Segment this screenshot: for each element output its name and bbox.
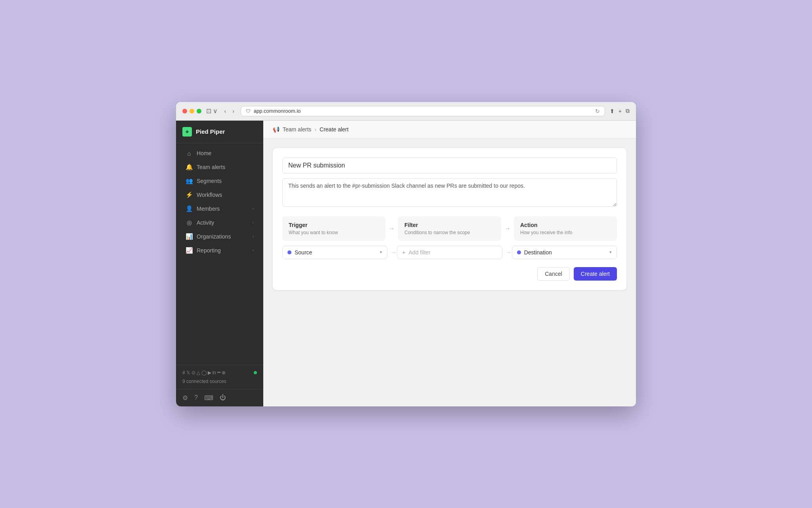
trigger-title: Trigger (289, 222, 379, 228)
chevron-right-icon-reporting: › (253, 248, 254, 252)
trigger-to-filter-arrow: → (385, 216, 398, 241)
workflow-controls: Source ▾ → + Add filter → (282, 246, 617, 259)
sidebar-toggle-button[interactable]: ⊡ ∨ (206, 107, 218, 115)
activity-icon: ◎ (186, 219, 193, 226)
workflow-steps: Trigger What you want to know → Filter C… (282, 216, 617, 241)
address-bar[interactable]: 🛡 app.commonroom.io ↻ (241, 106, 605, 116)
segments-icon: 👥 (186, 177, 193, 185)
traffic-lights (182, 109, 201, 114)
workflow-section: Trigger What you want to know → Filter C… (282, 216, 617, 281)
sidebar-item-reporting[interactable]: 📈 Reporting › (179, 244, 260, 257)
form-actions: Cancel Create alert (282, 267, 617, 281)
sidebar-item-segments[interactable]: 👥 Segments (179, 174, 260, 188)
linkedin-icon: in (213, 370, 216, 375)
sidebar-item-label-organizations: Organizations (197, 233, 231, 240)
reporting-icon: 📈 (186, 247, 193, 254)
filter-to-action-arrow: → (501, 216, 514, 241)
browser-chrome: ⊡ ∨ ‹ › 🛡 app.commonroom.io ↻ ⬆ + ⧉ (176, 102, 636, 121)
app-name: Pied Piper (196, 128, 225, 135)
sidebar-item-label-team-alerts: Team alerts (197, 164, 225, 170)
main-content: 📢 Team alerts › Create alert (263, 121, 636, 406)
chevron-right-icon-activity: › (253, 220, 254, 225)
breadcrumb-separator: › (314, 126, 316, 133)
add-filter-button[interactable]: + Add filter (397, 246, 502, 259)
github-icon: ⊙ (192, 370, 195, 375)
breadcrumb-parent[interactable]: Team alerts (283, 126, 311, 133)
create-alert-button[interactable]: Create alert (574, 267, 617, 281)
action-title: Action (520, 222, 611, 228)
url-text: app.commonroom.io (254, 108, 301, 114)
sidebar-bottom-actions: ⚙ ? ⌨ ⏻ (176, 389, 263, 406)
app-layout: Pied Piper ⌂ Home 🔔 Team alerts 👥 Segmen… (176, 121, 636, 406)
sidebar: Pied Piper ⌂ Home 🔔 Team alerts 👥 Segmen… (176, 121, 263, 406)
tabs-button[interactable]: ⧉ (626, 108, 630, 114)
alert-description-textarea[interactable] (282, 178, 617, 207)
chevron-right-icon: › (253, 206, 254, 211)
minimize-button[interactable] (190, 109, 194, 114)
chevron-right-icon-orgs: › (253, 234, 254, 239)
members-icon: 👤 (186, 205, 193, 212)
sidebar-item-activity[interactable]: ◎ Activity › (179, 216, 260, 229)
sidebar-header: Pied Piper (176, 121, 263, 143)
security-icon: 🛡 (246, 108, 251, 114)
sidebar-item-team-alerts[interactable]: 🔔 Team alerts (179, 160, 260, 174)
destination-dot (517, 250, 521, 254)
cancel-button[interactable]: Cancel (537, 267, 570, 281)
new-tab-button[interactable]: + (619, 108, 622, 114)
dev-icon: ⊕ (222, 370, 226, 375)
destination-dropdown-arrow: ▾ (609, 250, 612, 255)
youtube-icon: ▶ (208, 370, 211, 375)
sidebar-item-label-activity: Activity (197, 219, 214, 226)
share-button[interactable]: ⬆ (610, 108, 615, 114)
home-icon: ⌂ (186, 150, 193, 157)
slack-icon: # (182, 370, 185, 375)
add-filter-plus-icon: + (402, 249, 405, 256)
sidebar-item-organizations[interactable]: 📊 Organizations › (179, 230, 260, 243)
sidebar-item-label-home: Home (197, 150, 211, 156)
sidebar-item-members[interactable]: 👤 Members › (179, 202, 260, 216)
source-icons: # 𝕏 ⊙ △ ◯ ▶ in •• ⊕ (182, 370, 226, 375)
close-button[interactable] (182, 109, 187, 114)
workflow-step-filter: Filter Conditions to narrow the scope (398, 216, 501, 241)
alert-title-input[interactable] (282, 158, 617, 173)
keyboard-shortcuts-button[interactable]: ⌨ (204, 394, 213, 402)
maximize-button[interactable] (197, 109, 201, 114)
content-area: Trigger What you want to know → Filter C… (263, 139, 636, 406)
filter-arrow-spacer: → (506, 249, 509, 256)
settings-button[interactable]: ⚙ (182, 394, 188, 402)
connected-sources: # 𝕏 ⊙ △ ◯ ▶ in •• ⊕ (182, 370, 257, 375)
browser-action-buttons: ⬆ + ⧉ (610, 108, 630, 114)
source-arrow-spacer: → (391, 249, 394, 256)
filter-title: Filter (404, 222, 495, 228)
trigger-desc: What you want to know (289, 230, 379, 235)
browser-nav-controls: ‹ › (222, 107, 236, 115)
reload-icon[interactable]: ↻ (595, 108, 600, 114)
action-desc: How you receive the info (520, 230, 611, 235)
workflow-step-trigger: Trigger What you want to know (282, 216, 385, 241)
destination-label: Destination (524, 249, 552, 256)
source-select[interactable]: Source ▾ (282, 246, 387, 259)
help-button[interactable]: ? (194, 394, 198, 402)
connected-sources-section: # 𝕏 ⊙ △ ◯ ▶ in •• ⊕ 9 connected sources (176, 365, 263, 389)
workflow-step-action: Action How you receive the info (514, 216, 617, 241)
source-dot (287, 250, 291, 254)
signout-button[interactable]: ⏻ (220, 394, 226, 402)
back-button[interactable]: ‹ (222, 107, 228, 115)
connected-sources-label: 9 connected sources (182, 379, 257, 384)
source-dropdown-arrow: ▾ (380, 250, 382, 255)
add-filter-label: Add filter (409, 249, 431, 256)
app-logo (182, 127, 192, 137)
source-label: Source (295, 249, 312, 256)
sidebar-item-workflows[interactable]: ⚡ Workflows (179, 188, 260, 202)
stack-icon: △ (197, 370, 200, 375)
destination-select[interactable]: Destination ▾ (512, 246, 617, 259)
breadcrumb: 📢 Team alerts › Create alert (263, 121, 636, 139)
sidebar-item-label-workflows: Workflows (197, 192, 222, 198)
filter-desc: Conditions to narrow the scope (404, 230, 495, 235)
sidebar-item-home[interactable]: ⌂ Home (179, 147, 260, 160)
forward-button[interactable]: › (231, 107, 236, 115)
discourse-icon: ◯ (201, 370, 207, 375)
sidebar-item-label-segments: Segments (197, 178, 222, 184)
breadcrumb-current: Create alert (320, 126, 349, 133)
sidebar-item-label-reporting: Reporting (197, 247, 221, 254)
